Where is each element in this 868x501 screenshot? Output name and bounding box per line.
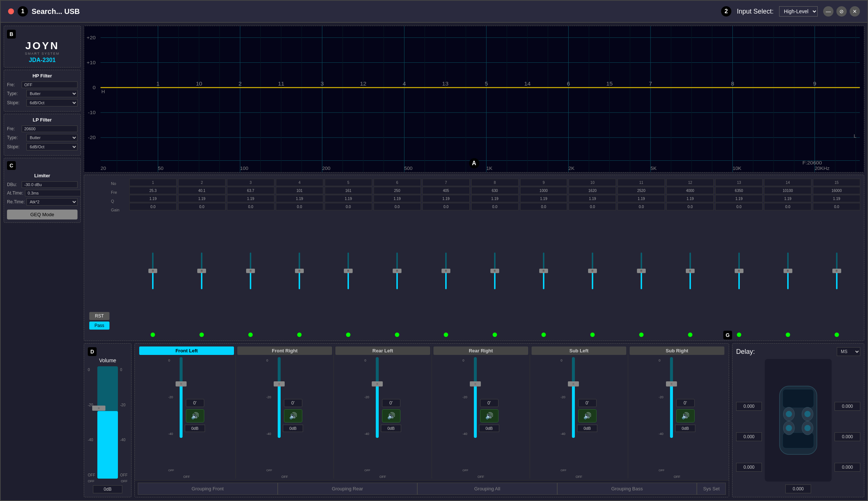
band-13-fader[interactable]: [738, 211, 740, 330]
channel-2-fader[interactable]: [376, 357, 379, 438]
channel-5-name-btn[interactable]: Sub Right: [630, 346, 724, 355]
delay-mid-right-input[interactable]: [835, 432, 860, 441]
band-7-no: 7: [422, 179, 470, 186]
channel-3-time[interactable]: 0': [480, 399, 498, 407]
dbu-label: DBu:: [7, 182, 20, 187]
delay-unit-select[interactable]: MS CM INCH: [837, 347, 860, 356]
input-select-dropdown[interactable]: High-Level Low-Level Optical USB: [779, 6, 818, 17]
band-10-fader[interactable]: [592, 211, 593, 330]
channel-5-time[interactable]: 0': [676, 399, 695, 407]
band-6-q: 1.19: [374, 195, 421, 202]
grouping-bass-button[interactable]: Grouping Bass: [557, 483, 697, 495]
band-12-fader[interactable]: [689, 211, 691, 330]
delay-top-right-input[interactable]: [835, 402, 860, 411]
delay-top-left-input[interactable]: [736, 402, 762, 411]
lp-type-select[interactable]: Butter: [26, 134, 78, 141]
band-5-handle[interactable]: [344, 269, 353, 273]
band-3-fader[interactable]: [250, 211, 251, 330]
geq-mode-button[interactable]: GEQ Mode: [7, 210, 78, 219]
retime-row: Re.Time: Atk*2: [7, 198, 78, 206]
band-11-handle[interactable]: [637, 269, 646, 273]
svg-text:5: 5: [485, 81, 488, 87]
channel-5-speaker-btn[interactable]: 🔊: [676, 409, 695, 422]
band-12-handle[interactable]: [686, 269, 695, 273]
pass-button[interactable]: Pass: [89, 322, 109, 330]
band-7-handle[interactable]: [442, 269, 450, 273]
delay-bot-right-input[interactable]: [835, 463, 860, 472]
grouping-all-button[interactable]: Grouping All: [417, 483, 557, 495]
close-button[interactable]: ✕: [850, 6, 860, 17]
band-1-handle[interactable]: [148, 269, 157, 273]
channel-2-speaker-btn[interactable]: 🔊: [382, 409, 400, 422]
channel-1-name-btn[interactable]: Front Right: [237, 346, 332, 355]
band-8-handle[interactable]: [490, 269, 499, 273]
channel-2-name-btn[interactable]: Rear Left: [335, 346, 430, 355]
lp-fre-input[interactable]: [22, 126, 78, 132]
badge-2: 2: [721, 6, 731, 17]
hp-slope-select[interactable]: 6dB/Oct: [26, 99, 78, 106]
channel-4-name-btn[interactable]: Sub Left: [532, 346, 626, 355]
volume-fader-handle[interactable]: ≡: [92, 406, 105, 411]
band-9-fader[interactable]: [543, 211, 544, 330]
retime-select[interactable]: Atk*2: [26, 198, 78, 206]
channel-3-name-btn[interactable]: Rear Right: [433, 346, 528, 355]
maximize-button[interactable]: ⊘: [836, 6, 847, 17]
hp-fre-row: Fre:: [7, 81, 78, 88]
channel-4-time[interactable]: 0': [578, 399, 597, 407]
band-8-fader[interactable]: [494, 211, 496, 330]
channel-1-time[interactable]: 0': [284, 399, 302, 407]
hp-fre-input[interactable]: [22, 81, 78, 88]
hp-type-select[interactable]: Butter: [26, 90, 78, 97]
minimize-button[interactable]: —: [823, 6, 833, 17]
band-6-handle[interactable]: [393, 269, 401, 273]
delay-mid-left-input[interactable]: [736, 432, 762, 441]
rst-button[interactable]: RST: [89, 312, 109, 320]
band-3-handle[interactable]: [246, 269, 255, 273]
vol-scale-roff: OFF: [120, 473, 127, 477]
channel-1-speaker-btn[interactable]: 🔊: [284, 409, 302, 422]
band-4-handle[interactable]: [295, 269, 304, 273]
delay-bottom-input[interactable]: [785, 484, 811, 493]
band-1-fader[interactable]: [152, 211, 154, 330]
band-7-fader[interactable]: [445, 211, 447, 330]
hp-filter-section: HP Filter Fre: Type: Butter Slope: 6dB/O…: [4, 70, 81, 112]
band-2-fader[interactable]: [201, 211, 202, 330]
attime-input[interactable]: [25, 190, 81, 196]
delay-title: Delay:: [736, 348, 755, 356]
channel-4-fader[interactable]: [572, 357, 575, 438]
band-10-handle[interactable]: [588, 269, 597, 273]
band-6-fader[interactable]: [396, 211, 398, 330]
svg-text:12: 12: [360, 81, 366, 87]
grouping-front-button[interactable]: Grouping Front: [138, 483, 278, 495]
lp-slope-select[interactable]: 6dB/Oct: [26, 143, 78, 150]
channel-0-name-btn[interactable]: Front Left: [139, 346, 234, 355]
channel-0-fader[interactable]: [180, 357, 183, 438]
channel-4-speaker-btn[interactable]: 🔊: [578, 409, 597, 422]
channel-3-speaker-btn[interactable]: 🔊: [480, 409, 498, 422]
sys-set-button[interactable]: Sys Set: [697, 483, 726, 495]
band-15-fader[interactable]: [836, 211, 838, 330]
band-2-fre: 40.1: [178, 187, 226, 194]
channel-2-controls: 0' 🔊 0dB: [381, 357, 401, 473]
channel-1-fader[interactable]: [278, 357, 281, 438]
channel-0-speaker-btn[interactable]: 🔊: [186, 409, 204, 422]
channel-0-time[interactable]: 0': [186, 399, 204, 407]
channel-2-time[interactable]: 0': [382, 399, 400, 407]
band-14-handle[interactable]: [784, 269, 792, 273]
band-4-fader[interactable]: [299, 211, 300, 330]
band-5-fader[interactable]: [347, 211, 349, 330]
channel-2-db: 0dB: [381, 425, 401, 432]
band-13-handle[interactable]: [735, 269, 743, 273]
grouping-rear-button[interactable]: Grouping Rear: [278, 483, 418, 495]
dbu-input[interactable]: [22, 181, 78, 188]
band-9-handle[interactable]: [539, 269, 548, 273]
band-2-handle[interactable]: [197, 269, 206, 273]
close-traffic-light[interactable]: [8, 8, 14, 14]
band-7-dot: [444, 333, 448, 337]
band-11-fader[interactable]: [641, 211, 642, 330]
band-15-handle[interactable]: [832, 269, 841, 273]
channel-3-fader[interactable]: [474, 357, 477, 438]
delay-bot-left-input[interactable]: [736, 463, 762, 472]
band-14-fader[interactable]: [787, 211, 789, 330]
channel-5-fader[interactable]: [670, 357, 673, 438]
